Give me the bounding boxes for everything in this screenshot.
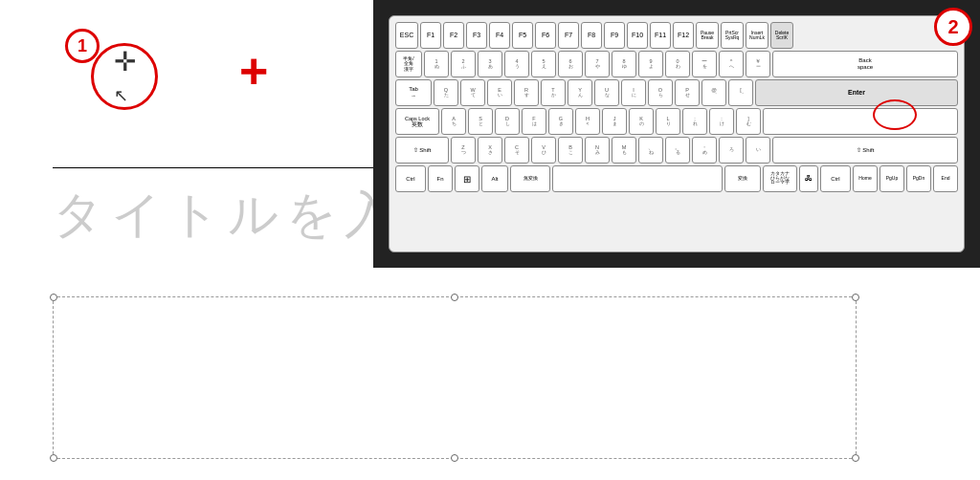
key-yen2[interactable]: い [746, 137, 770, 164]
kb-row-shift: ⇧ Shift Zつ Xさ Cそ Vひ Bこ Nみ Mも 、ね 。る ・め ろ … [395, 137, 958, 164]
key-lalt[interactable]: Alt [481, 165, 508, 192]
key-3[interactable]: 3あ [478, 51, 502, 77]
key-end[interactable]: End [933, 165, 958, 192]
key-pgdn[interactable]: PgDn [906, 165, 931, 192]
key-prtscr[interactable]: PrtScrSysRq [721, 22, 744, 49]
key-f9[interactable]: F9 [604, 22, 625, 49]
key-g[interactable]: Gき [548, 108, 573, 135]
key-enter-2[interactable] [763, 108, 958, 135]
key-enter[interactable]: Enter [755, 79, 958, 106]
key-katakana[interactable]: カタカナひらがなローマ字 [763, 165, 797, 192]
key-at[interactable]: @゛ [702, 79, 726, 106]
key-tab[interactable]: Tab→ [395, 79, 432, 106]
key-rbracket[interactable]: ]む [736, 108, 761, 135]
key-caret[interactable]: ^へ [719, 51, 744, 77]
key-comma[interactable]: 、ね [638, 137, 663, 164]
handle-bc[interactable] [451, 454, 458, 462]
key-8[interactable]: 8ゆ [612, 51, 636, 77]
key-colon[interactable]: :け [709, 108, 734, 135]
key-capslock[interactable]: Caps Lock英数 [395, 108, 439, 135]
key-f8[interactable]: F8 [581, 22, 602, 49]
handle-br[interactable] [852, 454, 859, 462]
key-9[interactable]: 9よ [638, 51, 663, 77]
key-j[interactable]: Jま [602, 108, 627, 135]
key-lshift[interactable]: ⇧ Shift [395, 137, 449, 164]
key-hankaku[interactable]: 半角/全角漢字 [395, 51, 422, 77]
key-w[interactable]: Wて [460, 79, 485, 106]
content-text-box[interactable] [53, 296, 857, 459]
key-c[interactable]: Cそ [504, 137, 529, 164]
key-z[interactable]: Zつ [451, 137, 476, 164]
key-backspace[interactable]: Backspace [772, 51, 958, 77]
key-a[interactable]: Aち [441, 108, 466, 135]
move-circle: ✛↖ [91, 43, 158, 110]
key-slash[interactable]: ・め [692, 137, 717, 164]
handle-tr[interactable] [852, 294, 859, 301]
key-n[interactable]: Nみ [585, 137, 610, 164]
key-rshift[interactable]: ⇧ Shift [772, 137, 958, 164]
key-f[interactable]: Fは [522, 108, 546, 135]
key-rctrl[interactable]: Ctrl [820, 165, 851, 192]
key-f2[interactable]: F2 [443, 22, 464, 49]
key-l[interactable]: Lり [656, 108, 680, 135]
key-f3[interactable]: F3 [466, 22, 487, 49]
key-lctrl[interactable]: Ctrl [395, 165, 426, 192]
key-space[interactable] [552, 165, 723, 192]
key-period[interactable]: 。る [665, 137, 690, 164]
step-2-label: 2 [947, 16, 958, 38]
key-k[interactable]: Kの [629, 108, 654, 135]
key-henkan[interactable]: 変換 [724, 165, 761, 192]
key-q[interactable]: Qた [434, 79, 458, 106]
key-1[interactable]: 1ぬ [424, 51, 449, 77]
key-yen[interactable]: ￥ー [746, 51, 770, 77]
key-delete[interactable]: DeleteScrlK [770, 22, 793, 49]
key-win[interactable]: ⊞ [455, 165, 479, 192]
key-6[interactable]: 6お [558, 51, 583, 77]
key-f5[interactable]: F5 [512, 22, 533, 49]
key-muhenkan[interactable]: 無変換 [510, 165, 550, 192]
key-o[interactable]: Oら [648, 79, 673, 106]
key-f6[interactable]: F6 [535, 22, 556, 49]
key-pause[interactable]: PauseBreak [696, 22, 719, 49]
key-2[interactable]: 2ふ [451, 51, 476, 77]
key-s[interactable]: Sと [468, 108, 493, 135]
key-r[interactable]: Rす [514, 79, 539, 106]
key-0[interactable]: 0わ [665, 51, 690, 77]
key-insert[interactable]: InsertNumLk [746, 22, 768, 49]
key-p[interactable]: Pせ [675, 79, 700, 106]
key-u[interactable]: Uな [594, 79, 619, 106]
handle-bl[interactable] [50, 454, 57, 462]
key-f4[interactable]: F4 [489, 22, 510, 49]
keyboard: ESC F1 F2 F3 F4 F5 F6 F7 F8 F9 F10 F11 F… [389, 15, 965, 252]
key-m[interactable]: Mも [612, 137, 636, 164]
key-ro[interactable]: ろ [719, 137, 744, 164]
kb-row-bottom: Ctrl Fn ⊞ Alt 無変換 変換 カタカナひらがなローマ字 🖧 Ctrl… [395, 165, 958, 192]
handle-tc[interactable] [451, 294, 458, 301]
key-minus[interactable]: ーを [692, 51, 717, 77]
key-f11[interactable]: F11 [650, 22, 671, 49]
key-ime[interactable]: 🖧 [799, 165, 818, 192]
key-v[interactable]: Vひ [531, 137, 556, 164]
key-7[interactable]: 7や [585, 51, 610, 77]
key-f7[interactable]: F7 [558, 22, 579, 49]
key-d[interactable]: Dし [495, 108, 520, 135]
key-semicolon[interactable]: ;れ [682, 108, 707, 135]
key-e[interactable]: Eい [487, 79, 512, 106]
key-f10[interactable]: F10 [627, 22, 648, 49]
key-5[interactable]: 5え [531, 51, 556, 77]
key-b[interactable]: Bこ [558, 137, 583, 164]
key-f12[interactable]: F12 [673, 22, 694, 49]
key-t[interactable]: Tか [541, 79, 566, 106]
key-h[interactable]: H< [575, 108, 600, 135]
key-i[interactable]: Iに [621, 79, 646, 106]
key-fn[interactable]: Fn [428, 165, 453, 192]
handle-tl[interactable] [50, 294, 57, 301]
key-f1[interactable]: F1 [420, 22, 441, 49]
key-4[interactable]: 4う [504, 51, 529, 77]
key-pgup[interactable]: PgUp [880, 165, 904, 192]
key-esc[interactable]: ESC [395, 22, 418, 49]
key-x[interactable]: Xさ [478, 137, 502, 164]
key-home[interactable]: Home [853, 165, 878, 192]
key-lbracket[interactable]: [゜ [728, 79, 753, 106]
key-y[interactable]: Yん [568, 79, 592, 106]
